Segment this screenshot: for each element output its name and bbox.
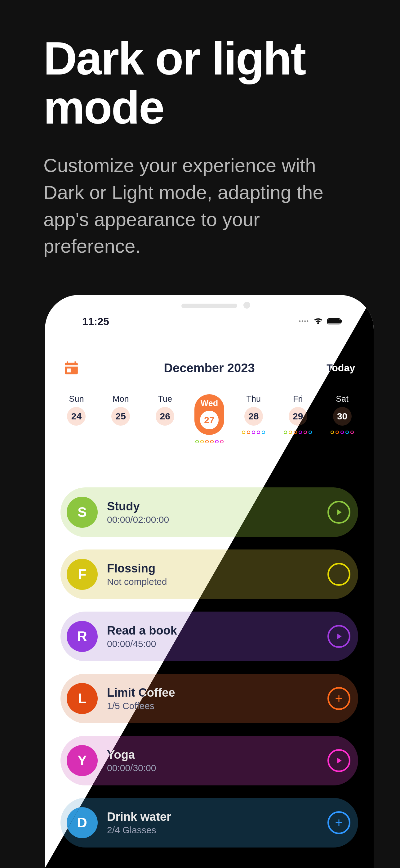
month-label: December 2023 xyxy=(164,361,255,375)
habit-badge: R xyxy=(67,621,98,652)
phone-mockup: 11:25 •••• December 2023 Today Sun 24 xyxy=(45,295,374,868)
habit-subtitle: Not completed xyxy=(107,577,167,587)
status-bar: 11:25 •••• xyxy=(45,312,374,331)
camera-dot-icon xyxy=(243,302,250,309)
calendar-header: December 2023 Today xyxy=(45,360,374,376)
habit-title: Flossing xyxy=(107,562,167,575)
habit-title: Read a book xyxy=(107,624,177,637)
battery-icon xyxy=(327,318,343,325)
promo-title: Dark or light mode xyxy=(43,34,354,132)
day-column[interactable]: Tue 26 xyxy=(143,394,187,444)
day-of-month: 26 xyxy=(156,407,174,426)
habit-subtitle: 00:00/45:00 xyxy=(107,639,177,649)
day-column[interactable]: Sun 24 xyxy=(54,394,99,444)
habit-action-plus[interactable] xyxy=(328,811,351,834)
day-of-week: Tue xyxy=(158,394,172,404)
day-of-month: 30 xyxy=(333,407,352,426)
habit-subtitle: 00:00/30:00 xyxy=(107,763,156,773)
day-of-week: Fri xyxy=(293,394,303,404)
habit-title: Study xyxy=(107,500,169,513)
day-column[interactable]: Thu 28 xyxy=(231,394,276,444)
day-of-week: Sat xyxy=(336,394,348,404)
habit-dots xyxy=(195,440,224,444)
habit-action-play[interactable] xyxy=(328,625,351,648)
promo-subtitle: Customize your experience with Dark or L… xyxy=(43,152,357,260)
day-of-month: 25 xyxy=(111,407,130,426)
day-of-month: 28 xyxy=(244,407,263,426)
day-of-week: Sun xyxy=(69,394,84,404)
habit-card[interactable]: D Drink water 2/4 Glasses xyxy=(61,798,358,847)
svg-rect-1 xyxy=(328,319,340,323)
wifi-icon xyxy=(313,318,323,325)
habit-badge: L xyxy=(67,683,98,714)
habit-title: Yoga xyxy=(107,748,156,762)
day-of-week: Wed xyxy=(201,399,218,408)
habit-subtitle: 2/4 Glasses xyxy=(107,825,171,835)
day-of-week: Mon xyxy=(112,394,129,404)
svg-rect-2 xyxy=(341,320,342,322)
day-column[interactable]: Sat 30 xyxy=(320,394,364,444)
habit-action-play[interactable] xyxy=(328,501,351,524)
habit-action-play[interactable] xyxy=(328,749,351,772)
habit-title: Drink water xyxy=(107,810,171,824)
habit-dots xyxy=(242,431,265,435)
habit-subtitle: 00:00/02:00:00 xyxy=(107,515,169,525)
habit-badge: S xyxy=(67,497,98,528)
habit-badge: Y xyxy=(67,745,98,776)
day-of-month: 24 xyxy=(67,407,86,426)
cellular-icon: •••• xyxy=(299,318,309,325)
calendar-icon[interactable] xyxy=(64,360,79,376)
habit-action-plus[interactable] xyxy=(328,687,351,710)
habit-action-circle[interactable] xyxy=(328,563,351,586)
day-of-week: Thu xyxy=(246,394,261,404)
day-column[interactable]: Wed 27 xyxy=(187,394,232,444)
habit-dots xyxy=(331,431,354,435)
status-time: 11:25 xyxy=(82,315,109,328)
habit-badge: F xyxy=(67,559,98,590)
day-column[interactable]: Mon 25 xyxy=(99,394,143,444)
day-of-month: 27 xyxy=(200,411,219,429)
notch-icon xyxy=(181,304,237,308)
